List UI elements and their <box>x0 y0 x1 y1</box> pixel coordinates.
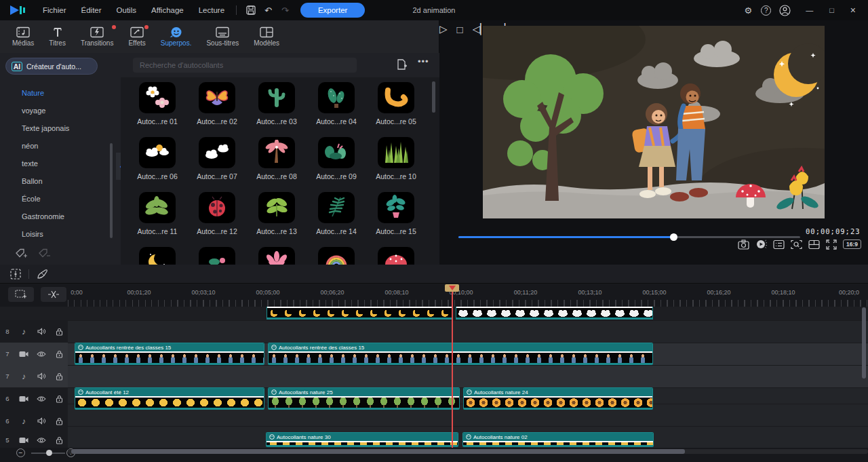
playback-speed-icon[interactable] <box>755 239 767 250</box>
timeline-clip-cloud-strip[interactable] <box>456 307 653 320</box>
snapshot-camera-icon[interactable] <box>738 239 749 250</box>
timeline-clip[interactable]: Autocollant été 12 <box>75 387 264 410</box>
sticker-item[interactable] <box>369 247 423 265</box>
sticker-item[interactable]: Autoc...re 02 <box>190 82 244 126</box>
tab-titres[interactable]: Titres <box>43 24 71 50</box>
settings-gear-icon[interactable]: ⚙ <box>738 4 759 17</box>
timeline-zoom-out-button[interactable]: − <box>16 448 25 457</box>
menu-fichier[interactable]: Fichier <box>37 4 73 16</box>
timeline-vscroll-thumb[interactable] <box>862 307 866 379</box>
sticker-item[interactable]: Autoc...re 12 <box>190 192 244 235</box>
export-button[interactable]: Exporter <box>300 3 365 18</box>
close-button[interactable]: × <box>844 3 863 17</box>
redo-icon[interactable]: ↷ <box>277 4 294 17</box>
preview-canvas[interactable] <box>483 26 825 218</box>
menu-lecture[interactable]: Lecture <box>193 4 231 16</box>
split-screen-icon[interactable] <box>808 239 820 250</box>
tab-modeles[interactable]: Modèles <box>248 24 285 50</box>
fullscreen-icon[interactable] <box>826 239 837 250</box>
timeline-clip[interactable]: Autocollants nature 30 <box>266 432 458 447</box>
timeline-hscroll-thumb[interactable] <box>71 449 685 454</box>
save-icon[interactable] <box>246 5 256 15</box>
timeline-clip[interactable]: Autocollants nature 02 <box>462 432 654 447</box>
track-header-v6[interactable]: 6 <box>0 387 68 410</box>
timeline-clip[interactable]: Autocollants nature 24 <box>463 387 653 410</box>
category-ballon[interactable]: Ballon <box>22 174 43 189</box>
seek-handle[interactable] <box>670 233 677 241</box>
sticker-item[interactable] <box>309 247 363 265</box>
lock-icon[interactable] <box>50 350 68 358</box>
help-icon[interactable]: ? <box>761 5 771 16</box>
lock-icon[interactable] <box>50 417 68 425</box>
category-gastronomie[interactable]: Gastronomie <box>22 209 64 224</box>
marker-list-icon[interactable] <box>773 239 785 250</box>
timeline-zoom-handle[interactable] <box>46 450 52 456</box>
sticker-item[interactable]: Autoc...re 07 <box>190 137 244 180</box>
category-ecole[interactable]: École <box>22 191 41 206</box>
category-texte[interactable]: texte <box>22 156 38 171</box>
mute-speaker-icon[interactable] <box>33 328 50 335</box>
sticker-item[interactable]: Autoc...re 08 <box>250 137 304 180</box>
visibility-eye-icon[interactable] <box>33 396 50 402</box>
tab-superpos[interactable]: Superpos. <box>155 24 197 50</box>
search-input[interactable] <box>133 58 357 73</box>
category-loisirs[interactable]: Loisirs <box>22 227 43 242</box>
lock-icon[interactable] <box>50 328 68 336</box>
minimize-button[interactable]: — <box>799 5 820 16</box>
add-to-track-button[interactable] <box>8 287 34 302</box>
visibility-eye-icon[interactable] <box>33 351 50 358</box>
category-nature[interactable]: Nature <box>22 85 44 100</box>
tab-sous-titres[interactable]: Sous-titres <box>201 24 244 50</box>
sticker-item[interactable]: Autoc...re 11 <box>130 192 184 235</box>
sticker-item[interactable]: Autoc...re 09 <box>309 137 363 180</box>
category-voyage[interactable]: voyage <box>22 103 45 118</box>
remove-tag-icon[interactable] <box>38 248 50 259</box>
playhead-line[interactable] <box>452 292 453 448</box>
sticker-item[interactable]: Autoc...re 10 <box>369 137 423 180</box>
track-header-v7[interactable]: 7 <box>0 343 68 365</box>
menu-editer[interactable]: Éditer <box>75 4 108 16</box>
sticker-item[interactable]: Autoc...re 03 <box>250 82 304 126</box>
sticker-item[interactable]: Autoc...re 06 <box>130 137 184 180</box>
sticker-item[interactable] <box>250 247 304 265</box>
sticker-item[interactable]: Autoc...re 14 <box>309 192 363 235</box>
menu-outils[interactable]: Outils <box>111 4 142 16</box>
sticker-item[interactable]: Autoc...re 05 <box>369 82 423 126</box>
maximize-button[interactable]: □ <box>823 5 841 16</box>
snap-button[interactable] <box>41 287 66 302</box>
timeline-clip[interactable]: Autocollants nature 25 <box>268 387 460 410</box>
track-header-a7[interactable]: 7 ♪ <box>0 365 68 387</box>
lock-icon[interactable] <box>50 395 68 403</box>
timeline-clip[interactable]: Autocollants rentrée des classes 15 <box>75 343 264 365</box>
play-button[interactable]: ▷ <box>439 23 448 35</box>
account-icon[interactable] <box>779 5 791 16</box>
ai-sticker-maker-button[interactable]: AI Créateur d'auto... <box>5 58 98 75</box>
preview-zoom-icon[interactable] <box>791 239 802 250</box>
playhead-handle[interactable] <box>445 284 459 292</box>
sticker-grid-scrollbar[interactable] <box>432 81 435 113</box>
transform-tool-icon[interactable] <box>9 268 22 280</box>
add-tag-icon[interactable] <box>15 248 27 259</box>
sidebar-scrollbar[interactable] <box>110 143 113 238</box>
menu-affichage[interactable]: Affichage <box>145 4 190 16</box>
lock-icon[interactable] <box>50 372 68 381</box>
sticker-item[interactable]: Autoc...re 13 <box>250 192 304 235</box>
stop-button[interactable]: □ <box>457 24 463 35</box>
sticker-item[interactable]: Autoc...re 15 <box>369 192 423 235</box>
visibility-eye-icon[interactable] <box>33 437 50 444</box>
sticker-item[interactable] <box>130 247 184 265</box>
tab-medias[interactable]: Médias <box>7 24 39 50</box>
undo-icon[interactable]: ↶ <box>260 4 277 17</box>
timeline-clip[interactable]: Autocollants rentrée des classes 15 <box>268 343 653 365</box>
track-header-a8[interactable]: 8 ♪ <box>0 320 68 343</box>
sticker-item[interactable] <box>190 247 244 265</box>
category-neon[interactable]: néon <box>22 138 38 153</box>
sticker-item[interactable]: Autoc...re 01 <box>130 82 184 126</box>
lock-icon[interactable] <box>50 436 68 444</box>
timeline-clip-moon-strip[interactable] <box>267 307 453 320</box>
sticker-item[interactable]: Autoc...re 04 <box>309 82 363 126</box>
tab-effets[interactable]: Effets <box>123 24 151 50</box>
import-file-icon[interactable] <box>395 58 408 71</box>
more-options-icon[interactable]: ••• <box>418 56 429 66</box>
track-header-v5[interactable]: 5 <box>0 432 68 448</box>
